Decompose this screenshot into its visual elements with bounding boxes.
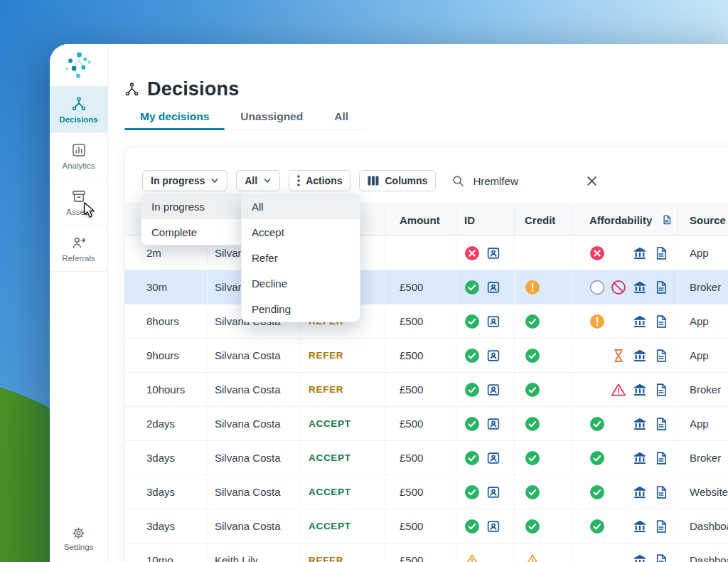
cell-amount: £500 [385,544,456,562]
cell-affordability [571,441,678,474]
cell-decision: REFER [299,339,385,372]
doc-icon [653,280,669,295]
id-card-icon [486,519,501,534]
app-window: DecisionsAnalyticsAssetsReferrals Settin… [50,44,728,562]
cell-credit [514,475,571,509]
table-row[interactable]: 2daysSilvana CostaACCEPT£500App [125,407,728,441]
cell-id [456,270,514,304]
search-icon [451,174,464,187]
status-filter-menu: In progressComplete [141,193,246,245]
warning-orange-icon [525,553,540,562]
bank-icon [632,348,648,364]
id-card-icon [486,382,501,398]
status-filter-option-complete[interactable]: Complete [141,219,245,245]
decision-filter-option-decline[interactable]: Decline [242,270,360,296]
cell-affordability [571,236,678,270]
sidebar-item-analytics[interactable]: Analytics [50,133,107,179]
cell-id [456,304,514,338]
cell-amount: £500 [385,339,456,372]
id-card-icon [486,484,501,500]
status-filter-option-in-progress[interactable]: In progress [141,193,245,219]
sidebar-item-referrals[interactable]: Referrals [50,226,107,272]
cell-source: App [678,407,728,440]
table-row[interactable]: 3daysSilvana CostaACCEPT£500Broker [125,441,728,475]
cell-affordability [571,544,678,562]
tabs: My decisionsUnassignedAll [124,107,364,130]
decision-filter-option-refer[interactable]: Refer [242,245,360,270]
cell-affordability [571,270,678,304]
cell-decision: ACCEPT [299,475,385,509]
cell-customer: Silvana Costa [207,373,299,406]
id-card-icon [486,348,501,364]
decision-filter-menu: AllAcceptReferDeclinePending [241,193,360,322]
id-card-icon [486,245,501,261]
decisions-table-card: In progress All Actions Columns [124,147,728,562]
sidebar-item-label: Decisions [59,115,97,124]
excl-circle-icon [589,314,605,329]
referrals-icon [71,235,87,250]
check-circle-icon [525,416,540,432]
empty-slot [611,484,626,500]
cell-time: 3days [125,509,207,543]
cell-source: Dashboard [678,544,728,562]
id-card-icon [486,280,501,295]
warning-orange-icon [464,553,480,562]
logo-tree-icon [63,50,95,81]
cell-id [456,475,514,509]
decision-filter-option-pending[interactable]: Pending [242,296,360,322]
check-circle-icon [464,519,480,534]
check-circle-icon [525,484,540,500]
cell-id [456,509,514,543]
column-header-source[interactable]: Source [678,204,728,235]
columns-button[interactable]: Columns [359,170,436,191]
x-circle-icon [589,245,605,261]
cell-amount: £500 [385,373,456,406]
cell-source: Dashboard [678,509,728,543]
cell-id [456,373,514,406]
cell-time: 2days [125,407,207,440]
check-circle-icon [525,348,540,364]
cell-amount: £500 [385,270,456,304]
sidebar-item-settings[interactable]: Settings [50,526,107,551]
search-box[interactable]: Hremlfew [451,174,598,187]
table-row[interactable]: 10hoursSilvana CostaREFER£500Broker [125,373,728,407]
decision-filter-option-accept[interactable]: Accept [242,219,360,245]
cell-time: 3days [125,441,207,474]
actions-button[interactable]: Actions [289,170,350,191]
clear-search-icon[interactable] [586,175,598,187]
table-row[interactable]: 10moKeith LilyREFER£500Dashboard [125,544,728,562]
actions-label: Actions [306,175,342,186]
table-row[interactable]: 9hoursSilvana CostaREFER£500App [125,339,728,373]
check-circle-icon [589,484,605,500]
tab-unassigned[interactable]: Unassigned [225,107,318,129]
columns-label: Columns [385,175,427,186]
column-header-credit[interactable]: Credit [514,204,571,235]
desktop-background: DecisionsAnalyticsAssetsReferrals Settin… [0,0,728,562]
empty-slot [589,382,605,398]
table-row[interactable]: 3daysSilvana CostaACCEPT£500Website [125,475,728,509]
check-circle-icon [589,416,605,432]
table-row[interactable]: 3daysSilvana CostaACCEPT£500Dashboard [125,509,728,544]
empty-circle-icon [589,280,605,295]
decision-filter-select[interactable]: All [236,170,280,191]
status-filter-select[interactable]: In progress [142,170,228,191]
tab-all[interactable]: All [318,107,364,129]
doc-icon [653,245,669,261]
cell-amount: £500 [385,304,456,338]
sidebar-item-assets[interactable]: Assets [50,179,107,226]
doc-icon [653,382,669,398]
cell-credit [514,441,571,474]
table-row[interactable]: 8hoursSilvana CostaREFER£500App [125,304,728,339]
sidebar-item-decisions[interactable]: Decisions [50,87,107,133]
tab-my-decisions[interactable]: My decisions [124,107,225,129]
decision-filter-option-all[interactable]: All [242,193,360,219]
column-header-affordability[interactable]: Affordability [571,204,678,235]
table-row[interactable]: 30mSilvana CostaREFER£500Broker [125,270,728,304]
app-logo[interactable] [50,44,107,87]
column-header-id[interactable]: ID [456,204,514,235]
check-circle-icon [525,314,540,329]
page-title: Decisions [147,78,239,100]
search-input[interactable]: Hremlfew [473,175,518,187]
column-header-amount[interactable]: Amount [385,204,456,235]
chevron-down-icon [263,176,272,185]
